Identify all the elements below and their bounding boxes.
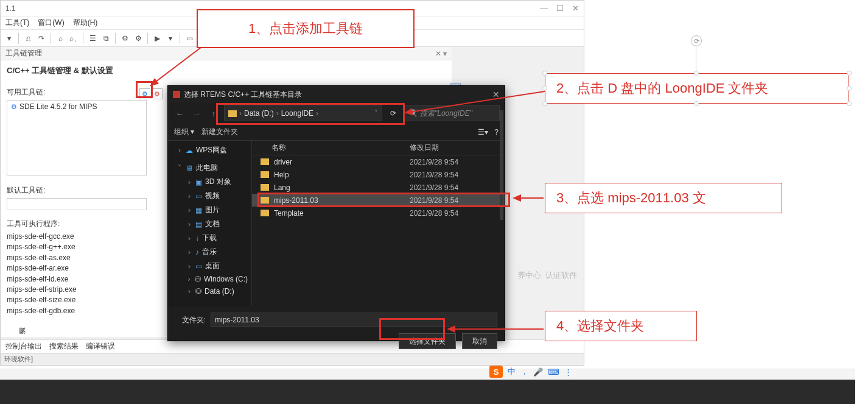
tree-item-3d[interactable]: ›▣3D 对象 — [168, 175, 251, 189]
toolbar-icon[interactable]: ⌕₊ — [68, 32, 80, 44]
annotation-2-text: 2、点击 D 盘中的 LoongIDE 文件夹 — [556, 79, 768, 97]
search-placeholder: 搜索"LoongIDE" — [420, 108, 472, 119]
window-controls: — ☐ ✕ — [540, 4, 579, 13]
menu-tools[interactable]: 工具(T) — [3, 16, 32, 29]
tree-item-downloads[interactable]: ›↓下载 — [168, 231, 251, 245]
selection-handle[interactable] — [847, 71, 852, 76]
pictures-icon: ▦ — [195, 206, 202, 214]
tab-errors[interactable]: 编译错误 — [86, 341, 115, 352]
add-toolchain-button[interactable]: ⚙ — [139, 88, 150, 99]
search-input[interactable]: 🔍 搜索"LoongIDE" — [404, 105, 500, 121]
file-row[interactable]: Help2021/9/28 9:54 — [252, 168, 505, 181]
up-icon[interactable]: ↑ — [207, 109, 220, 118]
selection-handle[interactable] — [694, 71, 699, 76]
selection-handle[interactable] — [542, 86, 547, 91]
forward-icon[interactable]: → — [190, 109, 203, 118]
toolchain-item[interactable]: ⚙ SDE Lite 4.5.2 for MIPS — [7, 101, 146, 113]
light-strip — [0, 369, 855, 380]
tree-item-c-drive[interactable]: ›⛁Windows (C:) — [168, 273, 251, 285]
chevron-right-icon: › — [276, 109, 279, 118]
tab-console[interactable]: 控制台输出 — [5, 341, 42, 352]
selection-handle[interactable] — [542, 71, 547, 76]
toolbar-icon[interactable]: ⚙ — [132, 32, 144, 44]
remove-toolchain-button[interactable]: ⚙ — [152, 88, 163, 99]
maximize-icon[interactable]: ☐ — [556, 4, 564, 13]
video-icon: ▭ — [195, 192, 202, 200]
close-icon[interactable]: ✕ — [572, 4, 579, 13]
col-date[interactable]: 修改日期 — [410, 143, 505, 153]
available-toolchains-list[interactable]: ⚙ SDE Lite 4.5.2 for MIPS — [7, 100, 147, 175]
folder-field-label: 文件夹: — [175, 315, 206, 325]
tree-item-desktop[interactable]: ›▭桌面 — [168, 259, 251, 273]
folder-tree[interactable]: ›☁WPS网盘 ˅🖥此电脑 ›▣3D 对象 ›▭视频 ›▦图片 ›▤文档 ›↓下… — [168, 141, 252, 307]
panel-tab-label[interactable]: 工具链管理 — [5, 48, 42, 58]
toolbar-icon[interactable]: ⧉ — [100, 32, 112, 44]
annotation-2: 2、点击 D 盘中的 LoongIDE 文件夹 — [545, 73, 849, 104]
tree-item-pictures[interactable]: ›▦图片 — [168, 203, 251, 217]
new-folder-button[interactable]: 新建文件夹 — [201, 127, 238, 137]
folder-name-input[interactable] — [211, 313, 497, 327]
menu-window[interactable]: 窗口(W) — [35, 16, 66, 29]
tree-item-wps[interactable]: ›☁WPS网盘 — [168, 143, 251, 157]
close-icon[interactable]: ✕ — [492, 90, 500, 99]
toolbar-icon[interactable]: ▭ — [183, 32, 195, 44]
panel-close-icon[interactable]: ✕ ▾ — [435, 49, 447, 58]
ime-punct-icon[interactable]: ， — [520, 366, 528, 377]
tree-item-docs[interactable]: ›▤文档 — [168, 217, 251, 231]
file-row-selected[interactable]: mips-2011.032021/9/28 9:54 — [252, 194, 505, 207]
toolbar-icon[interactable]: ▾ — [164, 32, 177, 44]
file-row[interactable]: driver2021/9/28 9:54 — [252, 155, 505, 168]
toolbar-icon[interactable]: ⚙ — [119, 32, 131, 44]
help-icon[interactable]: ? — [494, 128, 499, 136]
music-icon: ♪ — [195, 248, 199, 257]
run-icon[interactable]: ▶ — [151, 32, 163, 44]
organize-menu[interactable]: 组织 ▾ — [174, 127, 194, 137]
document-icon: ▤ — [195, 220, 202, 229]
ime-lang[interactable]: 中 — [508, 366, 516, 377]
tree-item-video[interactable]: ›▭视频 — [168, 189, 251, 203]
annotation-1: 1、点击添加工具链 — [197, 9, 415, 48]
ide-title: 1.1 — [5, 4, 16, 13]
rotate-handle-icon[interactable]: ⟳ — [691, 35, 702, 46]
folder-icon — [261, 171, 269, 178]
minimize-icon[interactable]: — — [540, 4, 548, 13]
tree-item-music[interactable]: ›♪音乐 — [168, 245, 251, 259]
tree-item-pc[interactable]: ˅🖥此电脑 — [168, 161, 251, 175]
menu-help[interactable]: 帮助(H) — [71, 16, 100, 29]
disk-icon: ⛁ — [195, 275, 201, 283]
dialog-toolbar: 组织 ▾ 新建文件夹 ☰▾ ? — [168, 124, 505, 141]
toolbar-icon[interactable]: ☰ — [86, 32, 99, 44]
ime-mic-icon[interactable]: 🎤 — [533, 367, 543, 377]
select-folder-button[interactable]: 选择文件夹 — [399, 333, 456, 349]
col-name[interactable]: 名称 — [252, 143, 410, 153]
chevron-down-icon[interactable]: ˅ — [374, 109, 378, 118]
toolbar-icon[interactable]: ⌕ — [54, 32, 66, 44]
tree-item-d-drive[interactable]: ›⛁Data (D:) — [168, 285, 251, 297]
toolbar-icon[interactable]: ↷ — [35, 32, 47, 44]
ime-badge-icon[interactable]: S — [489, 366, 503, 378]
toolbar-icon[interactable]: ⎌ — [22, 32, 34, 44]
tab-search[interactable]: 搜索结果 — [49, 341, 79, 352]
back-icon[interactable]: ← — [173, 109, 186, 118]
default-toolchain-input[interactable] — [7, 198, 147, 210]
selection-handle[interactable] — [542, 101, 547, 106]
annotation-4: 4、选择文件夹 — [545, 311, 697, 341]
cancel-button[interactable]: 取消 — [462, 333, 497, 349]
folder-icon — [228, 110, 237, 117]
selection-handle[interactable] — [847, 101, 852, 106]
breadcrumb-drive[interactable]: Data (D:) — [244, 109, 274, 118]
annotation-3-text: 3、点选 mips-2011.03 文 — [556, 189, 706, 207]
toolbar-icon[interactable]: ▾ — [3, 32, 15, 44]
refresh-icon[interactable]: ⟳ — [386, 105, 401, 121]
view-icon[interactable]: ☰▾ — [478, 128, 488, 136]
file-row[interactable]: Template2021/9/28 9:54 — [252, 207, 505, 219]
breadcrumb-folder[interactable]: LoongIDE — [281, 109, 313, 118]
file-row[interactable]: Lang2021/9/28 9:54 — [252, 181, 505, 194]
ime-menu-icon[interactable]: ⋮ — [564, 367, 572, 377]
ime-keyboard-icon[interactable]: ⌨ — [548, 367, 559, 377]
gear-icon: ⚙ — [11, 103, 17, 111]
file-list-header: 名称 修改日期 — [252, 141, 505, 155]
breadcrumb[interactable]: › Data (D:) › LoongIDE › ˅ — [224, 105, 382, 121]
selection-handle[interactable] — [847, 86, 852, 91]
selection-handle[interactable] — [694, 101, 699, 106]
